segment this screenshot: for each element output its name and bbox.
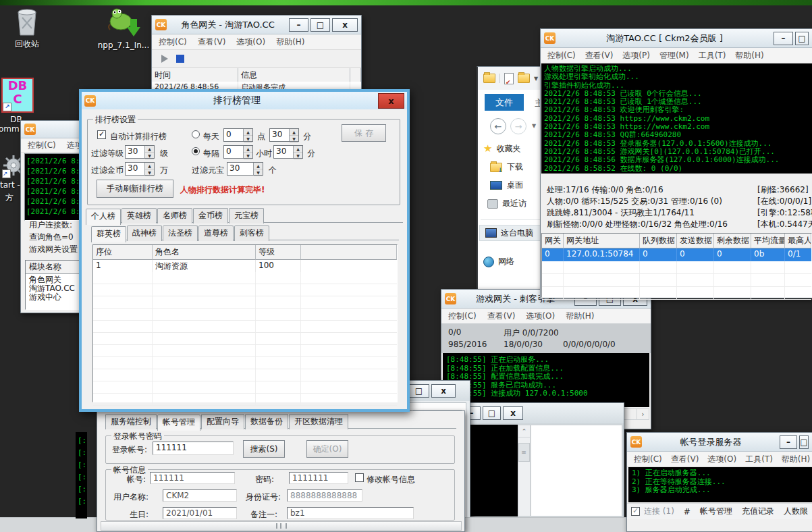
- table-row-selected[interactable]: 0 127.0.0.1:50784 0 0 0 0b 0/1: [542, 248, 811, 261]
- menu-tools[interactable]: 工具(T): [745, 454, 773, 465]
- maximize-button[interactable]: □: [795, 32, 809, 45]
- sidebar-item-favorites[interactable]: ★ 收藏夹: [483, 142, 520, 155]
- nav-back-button[interactable]: ←: [490, 118, 506, 134]
- desktop-icon-npp[interactable]: npp_7.1_In...: [93, 7, 154, 50]
- modify-account-checkbox[interactable]: [355, 473, 364, 482]
- subtab-mage[interactable]: 法圣榜: [163, 225, 198, 241]
- column-header[interactable]: 角色名: [153, 245, 256, 260]
- ranking-dialog[interactable]: CK 排行榜管理 x 排行榜设置 自动计算排行榜 每天 0 ▲▼ 点 30 ▲▼…: [79, 89, 410, 412]
- auto-calc-checkbox[interactable]: [97, 130, 106, 139]
- column-header[interactable]: 信息: [238, 68, 350, 83]
- tab-file[interactable]: 文件: [485, 94, 524, 111]
- subtab-taoist[interactable]: 道尊榜: [198, 225, 234, 241]
- search-button[interactable]: 搜索(S): [243, 440, 285, 458]
- interval-hour-spinner[interactable]: 0 ▲▼: [223, 145, 253, 159]
- main-engine-titlebar[interactable]: CK 淘游TAO.CC [ Ckm2会员版 ] – □: [541, 29, 812, 48]
- scrollbar-grip[interactable]: [276, 523, 287, 529]
- menu-control[interactable]: 控制(C): [448, 311, 477, 322]
- filter-gold-spinner[interactable]: 30 ▲▼: [125, 162, 155, 176]
- subtab-assassin[interactable]: 刺客榜: [234, 225, 269, 241]
- column-header[interactable]: 等级: [256, 245, 301, 260]
- id-number-input[interactable]: 8888888888888: [287, 489, 362, 502]
- save-button[interactable]: 保 存: [342, 124, 386, 142]
- menu-control[interactable]: 控制(C): [547, 50, 576, 61]
- menu-manage[interactable]: 管理(M): [659, 50, 689, 61]
- column-header[interactable]: 网关: [542, 234, 564, 248]
- subtab-all[interactable]: 群英榜: [91, 226, 126, 242]
- password-input[interactable]: 1111111: [289, 472, 348, 484]
- menu-view[interactable]: 查看(V): [487, 311, 516, 322]
- menu-view[interactable]: 查看(V): [198, 36, 226, 48]
- role-gateway-titlebar[interactable]: CK 角色网关 - 淘游TAO.CC – □ x: [152, 16, 361, 34]
- folder-icon[interactable]: [518, 74, 530, 83]
- login-server-window[interactable]: CK 帐号登录服务器 – □ 控制(C) 查看(V) 选项(O) 工具(T) 帮…: [626, 432, 812, 532]
- ok-button[interactable]: 确定(O): [306, 440, 348, 458]
- menu-help[interactable]: 帮助(H): [782, 454, 810, 465]
- hour-spinner[interactable]: 0 ▲▼: [223, 128, 253, 142]
- menu-control[interactable]: 控制(C): [28, 140, 56, 151]
- menu-options[interactable]: 选项(O): [236, 36, 265, 48]
- maximize-button[interactable]: □: [310, 18, 330, 32]
- daily-radio[interactable]: [192, 130, 200, 138]
- spinner-buttons[interactable]: ▲▼: [144, 146, 154, 158]
- tab-config-wizard[interactable]: 配置向导: [201, 414, 244, 429]
- maximize-button[interactable]: □: [483, 406, 501, 420]
- login-server-titlebar[interactable]: CK 帐号登录服务器 – □: [627, 433, 812, 452]
- note1-input[interactable]: bz1: [287, 507, 414, 519]
- minimize-button[interactable]: –: [780, 435, 797, 449]
- menu-help[interactable]: 帮助(H): [276, 36, 304, 48]
- table-row[interactable]: 1 淘游资源 100: [93, 260, 397, 272]
- column-header[interactable]: 剩余数据: [714, 234, 751, 248]
- status-hash[interactable]: #: [684, 507, 691, 516]
- chevron-down-icon[interactable]: ▼: [534, 76, 538, 82]
- column-header[interactable]: 最高人数: [785, 234, 811, 248]
- desktop-icon-recycle-bin[interactable]: 回收站: [3, 8, 51, 50]
- filter-yb-spinner[interactable]: 30 ▲▼: [227, 162, 263, 176]
- close-button[interactable]: x: [332, 18, 358, 32]
- menu-view[interactable]: 查看(V): [585, 50, 614, 61]
- server-control-window[interactable]: 服务端控制帐号管理配置向导数据备份开区数据清理 登录帐号密码 登录帐号: 111…: [97, 410, 465, 532]
- login-account-input[interactable]: 111111: [153, 442, 234, 455]
- scroll-right-button[interactable]: ›: [637, 409, 649, 419]
- tab-data-backup[interactable]: 数据备份: [245, 414, 288, 429]
- tab-master[interactable]: 名师榜: [157, 208, 192, 223]
- tab-yuanbao[interactable]: 元宝榜: [229, 208, 264, 223]
- minute-spinner[interactable]: 30 ▲▼: [269, 128, 299, 142]
- nav-forward-button[interactable]: →: [510, 118, 526, 134]
- role-gateway-window[interactable]: CK 角色网关 - 淘游TAO.CC – □ x 控制(C) 查看(V) 选项(…: [151, 15, 362, 91]
- menu-options[interactable]: 选项(O): [707, 454, 736, 465]
- sidebar-item-desktop[interactable]: 桌面: [490, 180, 523, 191]
- folder-icon[interactable]: [483, 74, 495, 83]
- menu-control[interactable]: 控制(C): [634, 454, 662, 465]
- minimize-button[interactable]: –: [289, 18, 308, 32]
- tab-server-control[interactable]: 服务端控制: [105, 414, 157, 429]
- menu-options[interactable]: 选项(O): [526, 311, 555, 322]
- column-header[interactable]: 序位: [93, 245, 153, 260]
- birthday-input[interactable]: 2021/01/01: [163, 507, 237, 519]
- column-header[interactable]: 时间: [152, 68, 238, 83]
- horizontal-scrollbar[interactable]: [101, 521, 462, 531]
- vertical-scrollbar[interactable]: ⌃ ≡: [518, 425, 531, 516]
- menu-view[interactable]: 查看(V): [671, 454, 699, 465]
- spinner-buttons[interactable]: ▲▼: [144, 163, 154, 175]
- status-recharge-log[interactable]: 充值记录: [742, 506, 774, 517]
- interval-radio[interactable]: [192, 147, 200, 155]
- connect-checkbox[interactable]: [631, 507, 640, 516]
- status-account-manage[interactable]: 帐号管理: [700, 506, 732, 517]
- close-button[interactable]: x: [503, 406, 523, 420]
- close-button[interactable]: x: [378, 93, 404, 109]
- tab-zone-clean[interactable]: 开区数据清理: [289, 414, 348, 429]
- stop-icon[interactable]: [176, 55, 184, 63]
- close-button[interactable]: x: [431, 384, 456, 398]
- ranking-dialog-titlebar[interactable]: CK 排行榜管理 x: [82, 92, 407, 109]
- menu-tools[interactable]: 工具(T): [699, 50, 726, 61]
- menu-help[interactable]: 帮助(H): [735, 50, 763, 61]
- menu-options[interactable]: 选项(P): [622, 50, 650, 61]
- username-input[interactable]: CKM2: [163, 489, 237, 502]
- filter-level-spinner[interactable]: 30 ▲▼: [125, 145, 155, 159]
- tab-account-manage[interactable]: 帐号管理: [157, 415, 200, 431]
- menu-help[interactable]: 帮助(H): [566, 311, 594, 322]
- spinner-buttons[interactable]: ▲▼: [243, 146, 252, 158]
- interval-min-spinner[interactable]: 30 ▲▼: [273, 145, 303, 159]
- scroll-up-button[interactable]: ⌃: [518, 425, 530, 437]
